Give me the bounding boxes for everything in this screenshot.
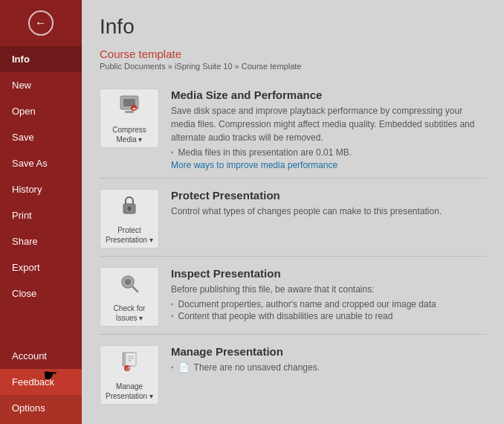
protect-presentation-body: Protect Presentation Control what types … [171,189,486,221]
svg-rect-13 [126,353,136,366]
compress-media-label: CompressMedia ▾ [112,125,146,144]
back-circle-icon[interactable]: ← [28,10,54,36]
svg-point-9 [125,279,131,285]
sidebar-item-print[interactable]: Print [0,202,82,228]
card-compress-media: ⬌ CompressMedia ▾ Media Size and Perform… [100,81,486,179]
inspect-bullet-0: Document properties, author's name and c… [171,299,486,309]
protect-presentation-icon [117,193,141,222]
sidebar-item-open[interactable]: Open [0,98,82,124]
back-arrow-icon: ← [35,16,47,30]
manage-bullet-0: 📄 There are no unsaved changes. [171,362,486,373]
sidebar-item-new[interactable]: New [0,72,82,98]
sidebar-item-save[interactable]: Save [0,124,82,150]
sidebar-item-save-as[interactable]: Save As [0,150,82,176]
breadcrumb: Public Documents » iSpring Suite 10 » Co… [100,62,486,71]
svg-line-10 [132,286,138,292]
manage-presentation-label: ManagePresentation ▾ [106,382,153,401]
main-content: Info Course template Public Documents » … [82,0,504,424]
sidebar-item-account[interactable]: Account [0,343,82,369]
card-protect-presentation: ProtectPresentation ▾ Protect Presentati… [100,182,486,257]
check-issues-button[interactable]: Check forIssues ▾ [100,267,159,327]
sidebar-nav: Info New Open Save Save As History Print… [0,46,82,424]
card-inspect-presentation: Check forIssues ▾ Inspect Presentation B… [100,260,486,335]
protect-presentation-label: ProtectPresentation ▾ [106,225,153,245]
sidebar: ← Info New Open Save Save As History [0,0,82,424]
inspect-presentation-body: Inspect Presentation Before publishing t… [171,267,486,323]
sidebar-item-export[interactable]: Export [0,254,82,280]
back-button[interactable]: ← [0,0,82,46]
compress-media-title: Media Size and Performance [171,89,486,101]
page-title: Info [100,15,486,39]
manage-presentation-title: Manage Presentation [171,345,486,358]
sidebar-item-info[interactable]: Info [0,46,82,72]
manage-presentation-icon: ↺ [117,350,141,379]
sidebar-item-share[interactable]: Share [0,228,82,254]
svg-rect-7 [129,208,130,211]
check-issues-label: Check forIssues ▾ [114,303,146,323]
section-title: Course template [100,48,486,60]
manage-presentation-button[interactable]: ↺ ManagePresentation ▾ [100,345,159,405]
sidebar-item-options[interactable]: Options [0,395,82,424]
card-manage-presentation: ↺ ManagePresentation ▾ Manage Presentati… [100,338,486,412]
compress-media-bullet-0: Media files in this presentation are 0.0… [171,147,486,158]
sidebar-item-history[interactable]: History [0,176,82,202]
manage-presentation-body: Manage Presentation 📄 There are no unsav… [171,345,486,374]
compress-media-desc: Save disk space and improve playback per… [171,104,486,144]
improve-media-link[interactable]: More ways to improve media performance [171,160,337,170]
check-issues-icon [117,272,141,301]
protect-presentation-button[interactable]: ProtectPresentation ▾ [100,189,159,248]
svg-text:⬌: ⬌ [132,106,136,110]
compress-media-icon: ⬌ [117,93,141,122]
inspect-presentation-desc: Before publishing this file, be aware th… [171,283,486,296]
inspect-presentation-title: Inspect Presentation [171,267,486,280]
manage-doc-icon: 📄 [178,362,190,373]
sidebar-item-feedback[interactable]: Feedback [0,369,82,395]
protect-presentation-desc: Control what types of changes people can… [171,205,486,218]
sidebar-item-close[interactable]: Close [0,280,82,306]
svg-rect-2 [125,111,134,113]
compress-media-body: Media Size and Performance Save disk spa… [171,89,486,170]
compress-media-button[interactable]: ⬌ CompressMedia ▾ [100,89,159,148]
inspect-bullet-1: Content that people with disabilities ar… [171,311,486,321]
svg-text:↺: ↺ [126,365,130,370]
protect-presentation-title: Protect Presentation [171,189,486,202]
